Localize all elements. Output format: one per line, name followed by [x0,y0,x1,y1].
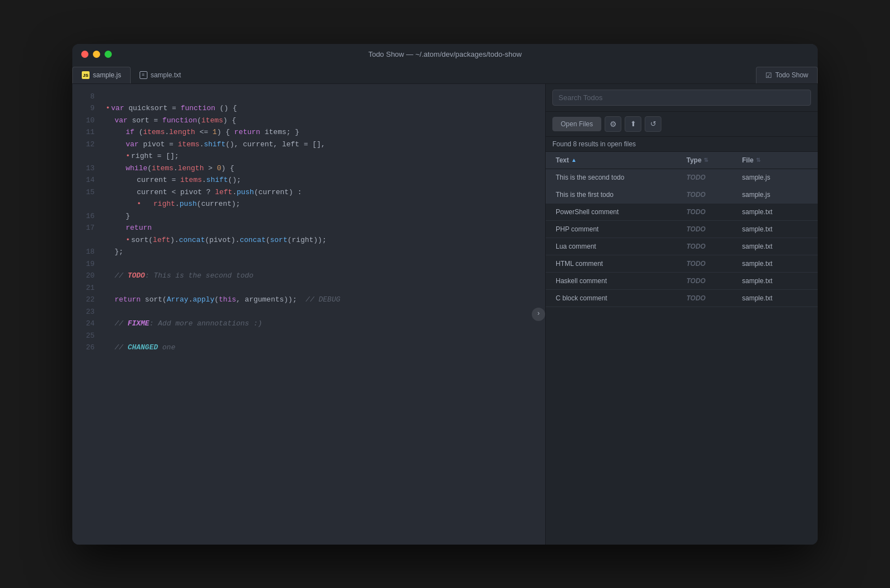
code-line-12b: •right = []; [103,150,545,162]
todo-td-file: sample.js [739,169,811,186]
sort-icon-text: ▲ [571,157,577,163]
table-row[interactable]: C block comment TODO sample.txt [546,290,818,307]
close-button[interactable] [81,51,88,58]
code-line-22: return sort(Array.apply(this, arguments)… [103,294,545,306]
txt-icon: ≡ [140,71,147,79]
code-line-20: // TODO: This is the second todo [103,270,545,282]
todo-td-file: sample.js [739,186,811,203]
upload-button[interactable]: ⬆ [625,116,641,132]
todo-td-text: PHP comment [552,221,683,238]
code-line-15: current < pivot ? left.push(current) : [103,186,545,199]
tab-bar: JS sample.js ≡ sample.txt ☑ Todo Show [72,65,818,84]
tab-sample-js[interactable]: JS sample.js [72,67,131,83]
tabs-left: JS sample.js ≡ sample.txt [72,65,756,83]
todo-panel: Open Files ⚙ ⬆ ↺ Found 8 results in open… [545,84,818,545]
settings-button[interactable]: ⚙ [605,116,621,132]
table-row[interactable]: This is the second todo TODO sample.js [546,169,818,186]
collapse-button[interactable]: › [532,308,545,321]
todo-td-type: TODO [683,255,739,272]
todo-td-text: PowerShell comment [552,204,683,220]
dot-9: • [106,102,110,115]
table-row[interactable]: PowerShell comment TODO sample.txt [546,204,818,221]
dot-12b: • [126,150,130,162]
todo-td-type: TODO [683,238,739,255]
code-line-26: // CHANGED one [103,342,545,354]
todo-icon: ☑ [765,71,772,80]
open-files-button[interactable]: Open Files [552,117,601,131]
refresh-button[interactable]: ↺ [645,116,661,132]
code-content: •var quicksort = function () { var sort … [103,84,545,545]
gear-icon: ⚙ [610,120,617,129]
todo-td-text: Haskell comment [552,273,683,289]
table-row[interactable]: HTML comment TODO sample.txt [546,255,818,273]
sort-icon-file: ⇅ [756,157,760,163]
line-numbers: 8 9 10 11 12 13 14 15 16 17 18 19 20 [72,84,103,545]
code-line-25 [103,330,545,342]
refresh-icon: ↺ [650,120,656,128]
sort-icon-type: ⇅ [704,157,708,163]
todo-td-text: HTML comment [552,255,683,272]
traffic-lights [81,51,112,58]
result-count: Found 8 results in open files [546,137,818,152]
code-line-11: if (items.length <= 1) { return items; } [103,126,545,139]
window-title: Todo Show — ~/.atom/dev/packages/todo-sh… [368,50,522,58]
todo-td-type: TODO [683,221,739,238]
maximize-button[interactable] [105,51,112,58]
todo-td-type: TODO [683,186,739,203]
todo-td-text: This is the second todo [552,169,683,186]
main-content: 8 9 10 11 12 13 14 15 16 17 18 19 20 [72,84,818,545]
app-window: Todo Show — ~/.atom/dev/packages/todo-sh… [72,44,818,545]
code-line-13: while(items.length > 0) { [103,162,545,175]
js-icon: JS [82,71,90,79]
table-row[interactable]: Lua comment TODO sample.txt [546,238,818,255]
todo-table-header: Text ▲ Type ⇅ File ⇅ [546,152,818,169]
todo-td-type: TODO [683,169,739,186]
code-line-19 [103,258,545,270]
toolbar: Open Files ⚙ ⬆ ↺ [546,112,818,137]
code-line-24: // FIXME: Add more annnotations :) [103,318,545,330]
column-header-file[interactable]: File ⇅ [739,152,811,169]
todo-td-file: sample.txt [739,290,811,307]
table-row[interactable]: Haskell comment TODO sample.txt [546,273,818,290]
tab-sample-txt-label: sample.txt [151,71,181,79]
code-line-9: •var quicksort = function () { [103,102,545,115]
code-line-23 [103,306,545,318]
column-header-type[interactable]: Type ⇅ [683,152,739,169]
search-input[interactable] [552,90,811,106]
todo-td-type: TODO [683,290,739,307]
code-line-10: var sort = function(items) { [103,115,545,127]
code-line-8 [103,91,545,103]
todo-td-file: sample.txt [739,238,811,255]
upload-icon: ⬆ [630,120,636,128]
minimize-button[interactable] [93,51,100,58]
tab-todo-show[interactable]: ☑ Todo Show [756,67,818,83]
dot-17b: • [126,234,130,246]
code-line-21 [103,282,545,294]
dot-15b: • [137,198,141,210]
todo-table[interactable]: This is the second todo TODO sample.js T… [546,169,818,545]
todo-td-type: TODO [683,204,739,220]
code-line-17b: •sort(left).concat(pivot).concat(sort(ri… [103,234,545,246]
code-line-15b: •right.push(current); [103,198,545,210]
tab-sample-js-label: sample.js [93,71,121,79]
code-line-14: current = items.shift(); [103,174,545,186]
code-editor[interactable]: 8 9 10 11 12 13 14 15 16 17 18 19 20 [72,84,545,545]
table-row[interactable]: This is the first todo TODO sample.js [546,186,818,204]
titlebar: Todo Show — ~/.atom/dev/packages/todo-sh… [72,44,818,65]
todo-td-text: This is the first todo [552,186,683,203]
column-header-text[interactable]: Text ▲ [552,152,683,169]
tab-todo-show-label: Todo Show [775,71,808,79]
todo-td-file: sample.txt [739,204,811,220]
todo-td-file: sample.txt [739,255,811,272]
code-lines: 8 9 10 11 12 13 14 15 16 17 18 19 20 [72,84,545,545]
todo-td-text: Lua comment [552,238,683,255]
search-bar [546,84,818,112]
todo-td-file: sample.txt [739,221,811,238]
table-row[interactable]: PHP comment TODO sample.txt [546,221,818,238]
code-line-17: return [103,222,545,234]
tab-sample-txt[interactable]: ≡ sample.txt [131,67,190,83]
todo-td-text: C block comment [552,290,683,307]
todo-td-type: TODO [683,273,739,289]
code-line-16: } [103,210,545,223]
todo-td-file: sample.txt [739,273,811,289]
